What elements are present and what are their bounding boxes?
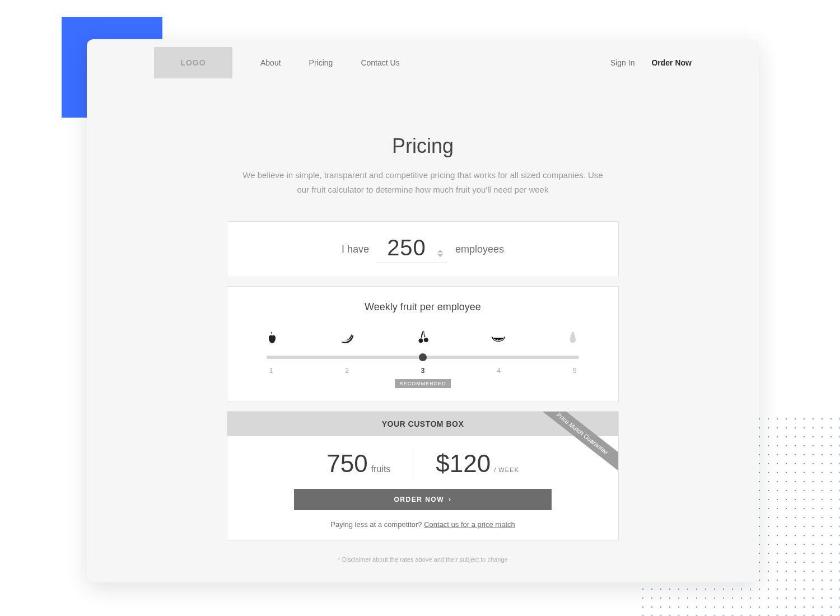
pear-icon — [564, 329, 582, 347]
price-match-line: Paying less at a competitor? Contact us … — [227, 520, 618, 529]
result-card: YOUR CUSTOM BOX Price Match Guarantee 75… — [227, 411, 619, 540]
page-card: LOGO About Pricing Contact Us Sign In Or… — [87, 39, 759, 582]
slider-thumb[interactable] — [419, 353, 427, 361]
chevron-up-icon[interactable] — [437, 250, 443, 253]
slider-card: Weekly fruit per employee 1 2 3 — [227, 286, 619, 402]
employees-input[interactable]: 250 — [378, 235, 446, 263]
chevron-right-icon: › — [449, 496, 452, 503]
page-subtitle: We believe in simple, transparent and co… — [238, 168, 608, 197]
employees-stepper — [437, 250, 443, 260]
tick-5: 5 — [569, 367, 580, 375]
banana-icon — [339, 329, 357, 347]
order-now-button[interactable]: ORDER NOW › — [294, 489, 552, 510]
recommended-badge: RECOMMENDED — [395, 379, 451, 388]
logo[interactable]: LOGO — [154, 47, 232, 78]
nav-pricing[interactable]: Pricing — [309, 58, 333, 67]
stat-fruits: 750 fruits — [304, 450, 413, 478]
fruits-unit: fruits — [371, 464, 391, 474]
order-now-label: ORDER NOW — [394, 496, 445, 503]
employees-value: 250 — [381, 235, 432, 260]
cherry-icon — [414, 329, 432, 347]
fruits-value: 750 — [326, 450, 367, 478]
nav-about[interactable]: About — [260, 58, 281, 67]
tick-3: 3 — [417, 367, 428, 375]
slider-track[interactable] — [267, 356, 579, 359]
employees-suffix: employees — [455, 244, 504, 255]
chevron-down-icon[interactable] — [437, 254, 443, 257]
slider-title: Weekly fruit per employee — [261, 301, 585, 313]
header: LOGO About Pricing Contact Us Sign In Or… — [154, 47, 692, 78]
price-match-prefix: Paying less at a competitor? — [330, 520, 424, 529]
tick-4: 4 — [493, 367, 505, 375]
sign-in-link[interactable]: Sign In — [610, 58, 635, 67]
tick-1: 1 — [265, 367, 277, 375]
apple-icon — [263, 329, 281, 347]
nav: About Pricing Contact Us — [260, 58, 400, 67]
stat-price: $120 / WEEK — [413, 450, 541, 478]
fruit-icon-row — [261, 329, 585, 347]
employees-card: I have 250 employees — [227, 221, 619, 277]
price-match-link[interactable]: Contact us for a price match — [424, 520, 515, 529]
price-unit: / WEEK — [494, 466, 519, 473]
employees-prefix: I have — [342, 244, 369, 255]
disclaimer: * Disclaimer about the rates above and t… — [154, 556, 692, 563]
price-value: $120 — [436, 450, 491, 478]
tick-2: 2 — [342, 367, 353, 375]
header-right: Sign In Order Now — [610, 58, 692, 67]
result-stats: 750 fruits $120 / WEEK — [227, 436, 618, 489]
slider-ticks: 1 2 3 4 5 — [261, 367, 585, 375]
page-title: Pricing — [154, 134, 692, 158]
order-now-link[interactable]: Order Now — [651, 58, 692, 67]
citrus-icon — [489, 329, 507, 347]
nav-contact[interactable]: Contact Us — [361, 58, 399, 67]
